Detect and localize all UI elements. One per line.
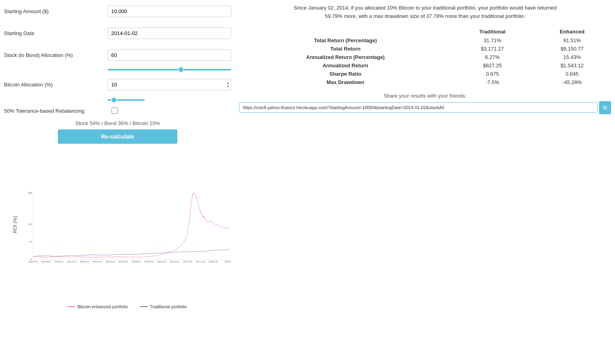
table-row: Annualized Return (Percentage) 6.27% 15.… [239,53,611,61]
svg-text:2018-07-13: 2018-07-13 [225,261,231,263]
row-label: Total Return [239,45,452,53]
summary-text: Since January 02, 2014, if you allocated… [290,4,561,21]
table-row: Total Return (Percentage) 31.71% 91.51% [239,36,611,45]
starting-amount-input[interactable] [108,6,231,17]
row-traditional: 31.71% [452,36,533,45]
allocation-text: Stock 54% / Bond 36% / Bitcoin 10% [4,120,231,126]
results-table: Traditional Enhanced Total Return (Perce… [239,27,611,86]
bitcoin-spin-up[interactable]: ▲ [226,81,230,84]
starting-date-label: Starting Date [4,30,108,36]
bitcoin-spin-down[interactable]: ▼ [226,85,230,88]
legend-bitcoin-label: Bitcoin enhanced portfolio [77,304,128,309]
chart-area-wrap: 238 122 57 -8 [23,150,231,309]
svg-text:57: 57 [29,241,32,243]
results-header-row: Traditional Enhanced [239,27,611,36]
legend-bitcoin: Bitcoin enhanced portfolio [67,304,128,309]
table-row: Total Return $3,171.27 $9,150.77 [239,45,611,53]
row-label: Total Return (Percentage) [239,36,452,45]
tolerance-label: 50% Tolerance-based Rebalancing [4,108,108,114]
bitcoin-line [33,193,229,258]
share-url-input[interactable] [239,102,597,113]
svg-text:2018-02-20: 2018-02-20 [209,261,218,263]
col-header-label [239,27,452,36]
bitcoin-allocation-label: Bitcoin Allocation (%) [4,82,108,88]
row-enhanced: $1,543.12 [533,61,611,70]
share-url-row: ⧉ [239,101,611,114]
recalculate-button[interactable]: Re-calculate [58,129,177,144]
starting-date-input[interactable] [108,27,231,39]
legend-traditional: Traditional portfolio [140,304,187,309]
svg-text:2014-12-26: 2014-12-26 [67,261,76,263]
row-traditional: 6.27% [452,53,533,61]
col-header-enhanced: Enhanced [533,27,611,36]
svg-text:2016-12-27: 2016-12-27 [157,261,167,263]
svg-text:2015-04-13: 2015-04-13 [80,261,89,263]
tolerance-checkbox[interactable] [112,108,118,114]
svg-text:2016-09-14: 2016-09-14 [144,261,153,263]
chart-section: ROI (%) 238 [4,150,231,309]
stock-allocation-label: Stock (to Bond) Allocation (%) [4,52,108,58]
row-label: Annualized Return (Percentage) [239,53,452,61]
row-traditional: $3,171.27 [452,45,533,53]
svg-text:2017-11-03: 2017-11-03 [196,261,205,263]
tolerance-row: 50% Tolerance-based Rebalancing [4,108,231,114]
row-label: Sharpe Ratio [239,70,452,78]
svg-text:2014-06-03: 2014-06-03 [41,261,51,263]
row-traditional: -7.5% [452,78,533,86]
chart-legend: Bitcoin enhanced portfolio Traditional p… [23,304,231,309]
starting-amount-row: Starting Amount ($) [4,4,231,19]
row-enhanced: 0.645 [533,70,611,78]
stock-allocation-slider[interactable] [108,69,231,70]
table-row: Annualized Return $627.25 $1,543.12 [239,61,611,70]
svg-text:2017-04-11: 2017-04-11 [170,261,179,263]
svg-text:122: 122 [28,223,32,225]
stock-allocation-input[interactable] [108,49,231,61]
bitcoin-slider-row [4,96,231,102]
bitcoin-allocation-row: Bitcoin Allocation (%) ▲ ▼ [4,77,231,92]
svg-text:2016-06-02: 2016-06-02 [132,261,141,263]
row-enhanced: 91.51% [533,36,611,45]
table-row: Sharpe Ratio 0.675 0.645 [239,70,611,78]
svg-text:2014-09-15: 2014-09-15 [54,261,63,263]
svg-text:2015-07-24: 2015-07-24 [93,261,102,263]
chart-svg: 238 122 57 -8 [23,150,231,301]
stock-allocation-row: Stock (to Bond) Allocation (%) [4,48,231,63]
bitcoin-allocation-slider[interactable] [108,99,145,101]
svg-text:2015-11-04: 2015-11-04 [106,261,115,263]
svg-text:2017-07-25: 2017-07-25 [183,261,192,263]
starting-amount-label: Starting Amount ($) [4,8,108,14]
svg-text:-8: -8 [30,258,32,261]
copy-icon: ⧉ [603,104,607,111]
y-axis-label: ROI (%) [12,216,18,233]
col-header-traditional: Traditional [452,27,533,36]
traditional-line [33,249,229,257]
row-enhanced: $9,150.77 [533,45,611,53]
row-label: Annualized Return [239,61,452,70]
legend-traditional-label: Traditional portfolio [150,304,187,309]
svg-text:2014-02-19: 2014-02-19 [28,261,37,263]
legend-bitcoin-line [67,306,75,307]
row-traditional: 0.675 [452,70,533,78]
table-row: Max Drawdown -7.5% -45.28% [239,78,611,86]
row-enhanced: -45.28% [533,78,611,86]
row-label: Max Drawdown [239,78,452,86]
starting-date-row: Starting Date [4,26,231,41]
right-panel: Since January 02, 2014, if you allocated… [239,4,611,309]
bitcoin-spinner-arrows: ▲ ▼ [226,81,230,88]
bitcoin-allocation-input[interactable] [108,79,231,90]
share-label: Share your results with your friends: [239,93,611,99]
svg-text:2016-02-19: 2016-02-19 [119,261,128,263]
row-traditional: $627.25 [452,61,533,70]
legend-traditional-line [140,306,148,307]
stock-slider-row [4,66,231,72]
row-enhanced: 15.43% [533,53,611,61]
svg-text:238: 238 [28,192,32,194]
left-panel: Starting Amount ($) Starting Date Stock … [4,4,231,309]
bitcoin-spinner-wrap: ▲ ▼ [108,79,231,90]
copy-button[interactable]: ⧉ [599,101,611,114]
